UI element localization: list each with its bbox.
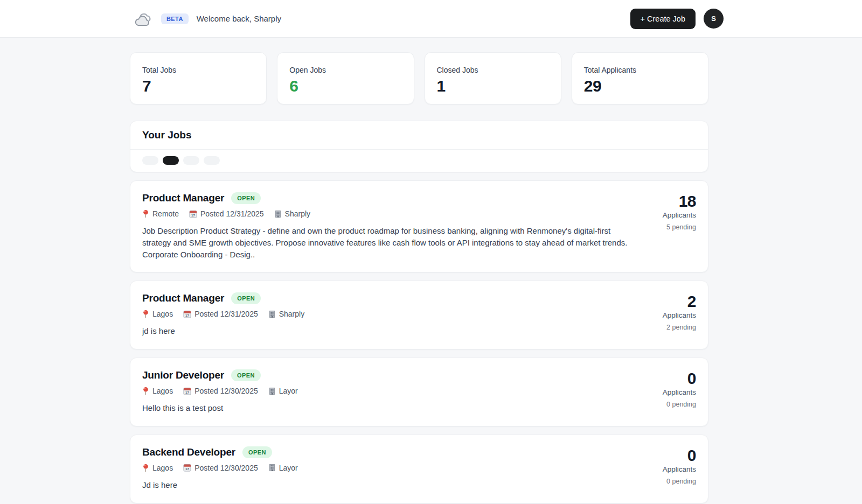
job-company: Layor	[268, 464, 298, 472]
stat-value: 29	[584, 78, 696, 94]
job-card[interactable]: Product Manager OPEN Lagos	[130, 281, 708, 349]
job-location: Lagos	[142, 387, 173, 395]
job-description: Job Description Product Strategy - defin…	[142, 225, 640, 260]
svg-text:17: 17	[191, 213, 195, 217]
stat-card: Total Jobs 7	[130, 52, 267, 104]
job-info: Product Manager OPEN Remote	[142, 192, 640, 260]
job-location: Lagos	[142, 464, 173, 472]
job-card[interactable]: Product Manager OPEN Remote	[130, 180, 708, 272]
stat-label: Total Applicants	[584, 66, 696, 74]
filter-tab[interactable]	[142, 156, 158, 165]
beta-badge: BETA	[161, 13, 189, 24]
job-company: Layor	[268, 387, 298, 395]
your-jobs-panel: Your Jobs	[130, 121, 708, 172]
user-avatar[interactable]: S	[704, 9, 724, 29]
calendar-icon: 17	[183, 387, 191, 395]
dashboard-main: Total Jobs 7 Open Jobs 6 Closed Jobs 1 T…	[130, 52, 708, 503]
job-info: Product Manager OPEN Lagos	[142, 292, 640, 337]
filter-tab[interactable]	[163, 156, 179, 165]
stat-card: Open Jobs 6	[277, 52, 414, 104]
svg-text:17: 17	[185, 313, 189, 317]
office-building-icon	[268, 387, 276, 395]
stat-value: 6	[289, 78, 401, 94]
stat-card: Total Applicants 29	[572, 52, 708, 104]
stats-row: Total Jobs 7 Open Jobs 6 Closed Jobs 1 T…	[130, 52, 708, 104]
job-applicant-stats: 18 Applicants 5 pending	[648, 192, 696, 260]
filter-tab[interactable]	[183, 156, 199, 165]
filter-tab[interactable]	[204, 156, 220, 165]
stat-value: 7	[142, 78, 254, 94]
office-building-icon	[268, 310, 276, 318]
brand-group: BETA Welcome back, Sharply	[133, 11, 281, 27]
stat-label: Closed Jobs	[437, 66, 549, 74]
job-meta-row: Lagos 17 Posted 12/30/2025	[142, 387, 640, 395]
cloud-logo-icon	[133, 11, 153, 27]
job-list: Product Manager OPEN Remote	[130, 180, 708, 503]
job-description: Hello this is a test post	[142, 402, 640, 414]
pending-count: 2 pending	[648, 324, 696, 331]
job-card[interactable]: Junior Developer OPEN Lagos	[130, 358, 708, 426]
calendar-icon: 17	[189, 210, 197, 218]
stat-label: Total Jobs	[142, 66, 254, 74]
pushpin-icon	[142, 387, 149, 395]
job-location: Remote	[142, 209, 179, 218]
job-applicant-stats: 2 Applicants 2 pending	[648, 292, 696, 337]
welcome-text: Welcome back, Sharply	[197, 14, 281, 23]
job-status-badge: OPEN	[231, 192, 261, 204]
pushpin-icon	[142, 464, 149, 472]
your-jobs-title: Your Jobs	[130, 121, 708, 149]
stat-value: 1	[437, 78, 549, 94]
job-posted-date: 17 Posted 12/30/2025	[183, 464, 258, 472]
applicant-count: 0	[648, 446, 696, 464]
job-posted-date: 17 Posted 12/30/2025	[183, 387, 258, 395]
create-job-button[interactable]: + Create Job	[630, 9, 696, 29]
job-filter-tabs	[130, 150, 708, 172]
pushpin-icon	[142, 209, 149, 218]
calendar-icon: 17	[183, 464, 191, 472]
office-building-icon	[274, 210, 282, 218]
job-card[interactable]: Backend Developer OPEN Lagos	[130, 435, 708, 503]
job-description: jd is here	[142, 325, 640, 337]
pending-count: 0 pending	[648, 478, 696, 485]
applicant-label: Applicants	[648, 388, 696, 396]
job-company: Sharply	[268, 310, 304, 318]
applicant-label: Applicants	[648, 311, 696, 319]
office-building-icon	[268, 464, 276, 472]
job-posted-date: 17 Posted 12/31/2025	[189, 209, 264, 218]
applicant-count: 2	[648, 292, 696, 310]
calendar-icon: 17	[183, 310, 191, 318]
job-title: Backend Developer	[142, 446, 235, 458]
job-title: Product Manager	[142, 292, 224, 304]
job-title: Junior Developer	[142, 369, 224, 381]
job-info: Backend Developer OPEN Lagos	[142, 446, 640, 491]
job-description: Jd is here	[142, 479, 640, 491]
job-company: Sharply	[274, 209, 310, 218]
applicant-label: Applicants	[648, 465, 696, 473]
app-header: BETA Welcome back, Sharply + Create Job …	[0, 0, 862, 38]
job-title: Product Manager	[142, 192, 224, 204]
pending-count: 0 pending	[648, 401, 696, 408]
applicant-count: 18	[648, 192, 696, 210]
job-status-badge: OPEN	[231, 369, 261, 381]
job-meta-row: Lagos 17 Posted 12/31/2025	[142, 310, 640, 318]
job-meta-row: Remote 17 Posted 12/31/2025	[142, 209, 640, 218]
job-posted-date: 17 Posted 12/31/2025	[183, 310, 258, 318]
job-location: Lagos	[142, 310, 173, 318]
applicant-count: 0	[648, 369, 696, 387]
job-status-badge: OPEN	[242, 446, 272, 458]
pushpin-icon	[142, 310, 149, 318]
job-applicant-stats: 0 Applicants 0 pending	[648, 369, 696, 414]
job-meta-row: Lagos 17 Posted 12/30/2025	[142, 464, 640, 472]
pending-count: 5 pending	[648, 223, 696, 231]
stat-card: Closed Jobs 1	[425, 52, 561, 104]
svg-text:17: 17	[185, 467, 189, 471]
stat-label: Open Jobs	[289, 66, 401, 74]
job-status-badge: OPEN	[231, 292, 261, 304]
job-applicant-stats: 0 Applicants 0 pending	[648, 446, 696, 491]
job-info: Junior Developer OPEN Lagos	[142, 369, 640, 414]
header-actions: + Create Job S	[630, 9, 724, 29]
svg-text:17: 17	[185, 390, 189, 394]
applicant-label: Applicants	[648, 211, 696, 219]
